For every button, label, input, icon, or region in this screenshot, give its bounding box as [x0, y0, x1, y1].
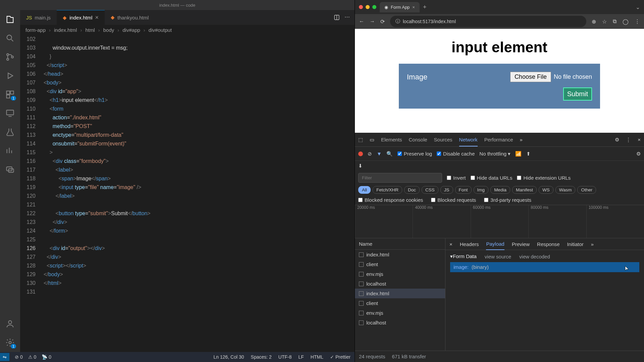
detail-payload[interactable]: Payload — [486, 241, 504, 250]
new-tab-button[interactable]: + — [423, 4, 427, 11]
request-row[interactable]: localhost — [355, 279, 445, 289]
preserve-log-checkbox[interactable]: Preserve log — [397, 151, 432, 157]
tab-thankyou[interactable]: ◆thankyou.html — [105, 10, 155, 25]
network-timeline[interactable]: 20000 ms40000 ms60000 ms80000 ms100000 m… — [355, 205, 644, 238]
filter-pill-wasm[interactable]: Wasm — [555, 186, 576, 194]
close-icon[interactable]: × — [95, 14, 99, 21]
filter-pill-fetch-xhr[interactable]: Fetch/XHR — [373, 186, 402, 194]
more-icon[interactable]: ⋯ — [344, 14, 350, 21]
code-editor[interactable]: 1021031041051061071081091101111121131141… — [20, 35, 355, 352]
view-decoded-link[interactable]: view decoded — [519, 254, 550, 259]
scm-icon[interactable] — [5, 52, 15, 62]
request-row[interactable]: index.html — [355, 250, 445, 259]
menu-icon[interactable]: ⋮ — [626, 137, 631, 143]
close-detail-icon[interactable]: × — [449, 241, 452, 247]
view-source-link[interactable]: view source — [485, 254, 511, 259]
formatter[interactable]: ✓ Prettier — [330, 354, 351, 360]
invert-checkbox[interactable]: Invert — [447, 175, 466, 181]
warnings-count[interactable]: ⚠ 0 — [28, 354, 37, 360]
choose-file-button[interactable]: Choose File — [510, 72, 551, 82]
settings-icon[interactable]: ⚙ — [615, 137, 619, 143]
errors-count[interactable]: ⊘ 0 — [15, 354, 23, 360]
record-button[interactable] — [358, 152, 363, 156]
breadcrumb[interactable]: form-app› index.html› html› body› div#ap… — [20, 25, 355, 35]
bookmark-icon[interactable]: ☆ — [602, 18, 607, 25]
tab-mainjs[interactable]: JSmain.js — [20, 10, 57, 25]
filter-pill-css[interactable]: CSS — [422, 186, 438, 194]
filter-pill-other[interactable]: Other — [577, 186, 596, 194]
encoding[interactable]: UTF-8 — [278, 354, 292, 360]
menu-icon[interactable]: ⋮ — [635, 18, 640, 25]
filter-pill-font[interactable]: Font — [455, 186, 472, 194]
network-settings-icon[interactable]: ⚙ — [636, 151, 641, 157]
close-tab-icon[interactable]: × — [412, 5, 415, 10]
blocked-requests-checkbox[interactable]: Blocked requests — [431, 197, 476, 203]
filter-pill-img[interactable]: Img — [474, 186, 489, 194]
language-mode[interactable]: HTML — [311, 354, 323, 360]
detail-preview[interactable]: Preview — [512, 241, 530, 247]
testing-icon[interactable] — [5, 127, 15, 137]
tab-elements[interactable]: Elements — [381, 137, 402, 142]
tab-sources[interactable]: Sources — [434, 137, 452, 142]
extensions-icon[interactable]: ⧉ — [613, 18, 616, 25]
remote-indicator[interactable]: ⇋ — [0, 353, 9, 361]
comments-icon[interactable] — [5, 165, 15, 174]
indentation[interactable]: Spaces: 2 — [251, 354, 272, 360]
debug-icon[interactable] — [5, 71, 15, 80]
disable-cache-checkbox[interactable]: Disable cache — [437, 151, 475, 157]
split-editor-icon[interactable] — [334, 14, 340, 21]
address-bar[interactable]: ⓘlocalhost:5173/index.html — [390, 16, 586, 27]
submit-button[interactable]: Submit — [563, 87, 592, 101]
form-data-row[interactable]: image: (binary) — [450, 262, 639, 272]
throttling-select[interactable]: No throttling ▾ — [479, 151, 511, 157]
filter-pill-manifest[interactable]: Manifest — [512, 186, 537, 194]
request-row[interactable]: env.mjs — [355, 308, 445, 318]
chevron-down-icon[interactable]: ⌄ — [636, 4, 640, 10]
request-row[interactable]: env.mjs — [355, 269, 445, 279]
export-icon[interactable]: ⬇ — [358, 163, 363, 169]
hide-ext-urls-checkbox[interactable]: Hide extension URLs — [517, 175, 571, 181]
window-controls[interactable] — [359, 5, 376, 9]
search-icon[interactable] — [5, 34, 15, 43]
eol[interactable]: LF — [299, 354, 304, 360]
close-window-icon[interactable] — [359, 5, 363, 9]
back-button[interactable]: ← — [359, 18, 364, 24]
device-toolbar-icon[interactable]: ▭ — [370, 137, 374, 143]
explorer-icon[interactable] — [5, 15, 15, 24]
filter-pill-media[interactable]: Media — [490, 186, 510, 194]
name-column-header[interactable]: Name — [355, 238, 445, 250]
graph-icon[interactable] — [5, 146, 15, 156]
filter-pill-doc[interactable]: Doc — [404, 186, 420, 194]
inspect-icon[interactable]: ⬚ — [358, 137, 363, 143]
hide-data-urls-checkbox[interactable]: Hide data URLs — [471, 175, 513, 181]
tab-indexhtml[interactable]: ◆index.html× — [57, 10, 105, 25]
maximize-window-icon[interactable] — [372, 5, 376, 9]
zoom-icon[interactable]: ⊕ — [592, 18, 596, 25]
tab-performance[interactable]: Performance — [484, 137, 513, 142]
third-party-checkbox[interactable]: 3rd-party requests — [484, 197, 531, 203]
ports-count[interactable]: 📡 0 — [42, 354, 51, 360]
import-icon[interactable]: ⬆ — [526, 151, 531, 157]
request-row[interactable]: client — [355, 298, 445, 308]
request-row[interactable]: localhost — [355, 318, 445, 327]
filter-pill-js[interactable]: JS — [440, 186, 453, 194]
request-row[interactable]: client — [355, 259, 445, 269]
network-conditions-icon[interactable]: 📶 — [515, 151, 522, 157]
browser-tab[interactable]: ◉Form App× — [380, 2, 420, 12]
forward-button[interactable]: → — [370, 18, 375, 24]
reload-button[interactable]: ⟳ — [380, 18, 385, 25]
cursor-position[interactable]: Ln 126, Col 30 — [214, 354, 244, 360]
info-icon[interactable]: ⓘ — [395, 18, 400, 24]
clear-button[interactable]: ⊘ — [368, 151, 372, 157]
minimize-window-icon[interactable] — [366, 5, 370, 9]
detail-initiator[interactable]: Initiator — [567, 241, 584, 247]
filter-icon[interactable]: ▼ — [377, 151, 382, 157]
account-icon[interactable] — [5, 319, 15, 328]
more-detail-tabs-icon[interactable]: » — [591, 241, 594, 247]
extensions-icon[interactable]: 1 — [5, 90, 15, 99]
tab-console[interactable]: Console — [409, 137, 427, 142]
more-tabs-icon[interactable]: » — [520, 137, 523, 142]
detail-headers[interactable]: Headers — [460, 241, 479, 247]
gear-icon[interactable]: 1 — [5, 338, 15, 347]
tab-network[interactable]: Network — [459, 137, 478, 146]
